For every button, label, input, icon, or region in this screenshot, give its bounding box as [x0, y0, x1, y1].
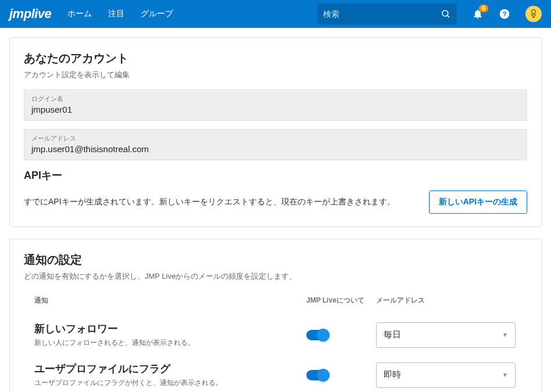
flag-title: ユーザプロファイルにフラグ [24, 362, 306, 376]
flag-frequency-select[interactable]: 即時 ▼ [376, 362, 516, 388]
flag-desc: ユーザプロファイルにフラグが付くと、通知が表示される。 [24, 378, 306, 388]
nav-featured[interactable]: 注目 [108, 9, 124, 19]
follower-toggle[interactable] [306, 330, 328, 340]
login-value: jmpuser01 [31, 105, 520, 114]
email-label: メールアドレス [31, 134, 520, 143]
notifications-card: 通知の設定 どの通知を有効にするかを選択し、JMP Liveからのメールの頻度を… [9, 239, 542, 392]
api-description: すでにAPIキーが生成されています。新しいキーをリクエストすると、現在のキーが上… [24, 197, 395, 207]
nav-groups[interactable]: グループ [141, 9, 173, 19]
search-input[interactable] [323, 9, 441, 19]
chevron-down-icon: ▼ [502, 332, 508, 338]
notification-row-follower: 新しいフォロワー 新しい人にフォローされると、通知が表示される。 毎日 ▼ [24, 315, 527, 355]
login-field: ログイン名 jmpuser01 [24, 89, 527, 121]
app-logo[interactable]: jmplive [9, 6, 51, 21]
login-label: ログイン名 [31, 95, 520, 103]
svg-point-4 [532, 10, 536, 14]
follower-desc: 新しい人にフォローされると、通知が表示される。 [24, 338, 306, 348]
flag-frequency-value: 即時 [384, 369, 401, 380]
nav-home[interactable]: ホーム [67, 9, 92, 19]
top-bar: jmplive ホーム 注目 グループ 6 ? [0, 0, 551, 28]
notifications-header-row: 通知 JMP Liveについて メールアドレス [24, 291, 527, 315]
col-header-about: JMP Liveについて [306, 296, 376, 305]
api-row: すでにAPIキーが生成されています。新しいキーをリクエストすると、現在のキーが上… [24, 190, 527, 214]
email-value: jmp.user01@thisisnotreal.com [31, 144, 520, 154]
svg-text:?: ? [502, 10, 506, 17]
notifications-button[interactable]: 6 [472, 8, 484, 20]
search-box[interactable] [317, 3, 457, 24]
email-field: メールアドレス jmp.user01@thisisnotreal.com [24, 129, 527, 160]
avatar[interactable] [525, 6, 542, 22]
notifications-subtitle: どの通知を有効にするかを選択し、JMP Liveからのメールの頻度を設定します。 [24, 271, 527, 282]
notifications-title: 通知の設定 [24, 252, 527, 268]
notification-row-flag: ユーザプロファイルにフラグ ユーザプロファイルにフラグが付くと、通知が表示される… [24, 355, 527, 392]
follower-frequency-value: 毎日 [384, 329, 401, 340]
svg-point-0 [442, 10, 448, 16]
account-card: あなたのアカウント アカウント設定を表示して編集 ログイン名 jmpuser01… [9, 37, 542, 227]
account-subtitle: アカウント設定を表示して編集 [24, 70, 527, 80]
flag-toggle[interactable] [306, 370, 328, 380]
notifications-badge: 6 [479, 5, 488, 12]
svg-line-1 [447, 15, 449, 17]
chevron-down-icon: ▼ [502, 372, 508, 378]
col-header-email: メールアドレス [376, 296, 527, 305]
page-content: あなたのアカウント アカウント設定を表示して編集 ログイン名 jmpuser01… [0, 28, 551, 392]
api-section-title: APIキー [24, 168, 527, 182]
help-button[interactable]: ? [499, 8, 510, 20]
generate-api-key-button[interactable]: 新しいAPIキーの生成 [429, 190, 527, 214]
col-header-notification: 通知 [24, 296, 306, 305]
search-icon[interactable] [441, 9, 451, 19]
main-nav: ホーム 注目 グループ [67, 9, 173, 19]
follower-title: 新しいフォロワー [24, 322, 306, 336]
follower-frequency-select[interactable]: 毎日 ▼ [376, 322, 516, 348]
account-title: あなたのアカウント [24, 51, 527, 66]
